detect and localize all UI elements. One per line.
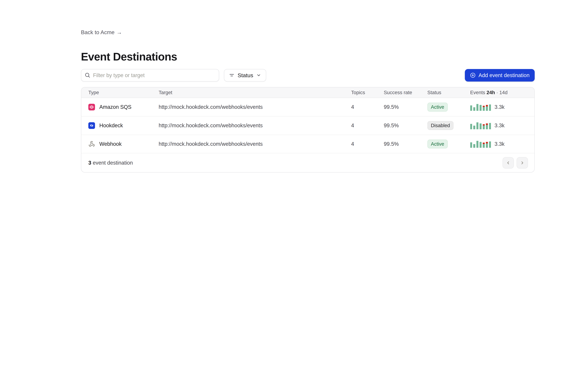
table-header-row: Type Target Topics Success rate Status E… (81, 88, 534, 98)
table-row-amazon-sqs[interactable]: Amazon SQS http://mock.hookdeck.com/webh… (81, 98, 534, 116)
pagination (502, 157, 528, 168)
status-cell: Active (428, 102, 470, 112)
status-cell: Disabled (428, 121, 470, 130)
status-cell: Active (428, 140, 470, 148)
add-button-label: Add event destination (478, 72, 530, 78)
next-page-button[interactable] (516, 157, 528, 168)
header-events-14d: · 14d (496, 90, 508, 95)
events-sparkline (470, 140, 491, 148)
search-icon (84, 72, 90, 78)
topics-count: 4 (351, 122, 384, 128)
filter-icon (229, 72, 234, 78)
table-footer: 3 event destination (81, 153, 534, 172)
search-box (81, 69, 219, 82)
back-link-label: Back to Acme (81, 29, 114, 36)
header-status: Status (428, 90, 470, 95)
success-rate-value: 99.5% (384, 104, 428, 110)
destination-type-label: Hookdeck (99, 122, 123, 128)
status-badge: Active (428, 140, 448, 148)
header-type: Type (88, 90, 159, 95)
header-events: Events 24h · 14d (470, 90, 534, 95)
type-cell: Amazon SQS (88, 104, 159, 110)
events-sparkline (470, 122, 491, 129)
table-row-hookdeck[interactable]: Hookdeck http://mock.hookdeck.com/webhoo… (81, 116, 534, 135)
success-rate-value: 99.5% (384, 122, 428, 128)
add-event-destination-button[interactable]: Add event destination (465, 69, 535, 82)
hookdeck-icon (88, 122, 95, 129)
page-content: Back to Acme → Event Destinations Status… (81, 0, 535, 172)
events-cell: 3.3k (470, 140, 534, 148)
topics-count: 4 (351, 141, 384, 147)
target-url: http://mock.hookdeck.com/webhooks/events (159, 141, 351, 147)
status-filter-button[interactable]: Status (224, 69, 266, 82)
status-badge: Active (428, 102, 448, 112)
page-title: Event Destinations (81, 51, 535, 63)
target-url: http://mock.hookdeck.com/webhooks/events (159, 122, 351, 128)
previous-page-button[interactable] (502, 157, 514, 168)
row-count: 3 event destination (88, 160, 133, 166)
events-count: 3.3k (494, 104, 504, 110)
chevron-left-icon (506, 160, 510, 165)
type-cell: Webhook (88, 140, 159, 147)
toolbar: Status Add event destination (81, 69, 535, 82)
destination-type-label: Amazon SQS (99, 104, 132, 110)
header-target: Target (159, 90, 351, 95)
events-cell: 3.3k (470, 103, 534, 111)
target-url: http://mock.hookdeck.com/webhooks/events (159, 104, 351, 110)
destination-type-label: Webhook (99, 141, 122, 147)
status-filter-label: Status (238, 72, 253, 78)
chevron-right-icon (520, 160, 525, 165)
type-cell: Hookdeck (88, 122, 159, 129)
header-topics: Topics (351, 90, 384, 95)
header-events-24h: 24h (486, 90, 495, 95)
search-input[interactable] (81, 69, 219, 82)
events-count: 3.3k (494, 122, 504, 128)
status-badge: Disabled (428, 121, 454, 130)
table-row-webhook[interactable]: Webhook http://mock.hookdeck.com/webhook… (81, 135, 534, 154)
events-sparkline (470, 103, 491, 111)
chevron-down-icon (256, 73, 261, 78)
events-cell: 3.3k (470, 122, 534, 129)
plus-circle-icon (470, 72, 476, 78)
event-destinations-table: Type Target Topics Success rate Status E… (81, 87, 535, 172)
header-success-rate: Success rate (384, 90, 428, 95)
webhook-icon (88, 140, 95, 147)
events-count: 3.3k (494, 141, 504, 147)
arrow-right-icon: → (116, 29, 122, 36)
back-to-acme-link[interactable]: Back to Acme → (81, 29, 122, 36)
amazon-sqs-icon (88, 104, 95, 110)
topics-count: 4 (351, 104, 384, 110)
success-rate-value: 99.5% (384, 141, 428, 147)
